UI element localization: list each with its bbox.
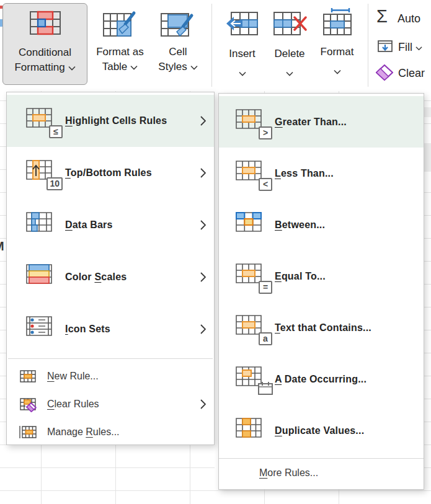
clear-rules-icon (19, 397, 37, 412)
conditional-formatting-label-line2: Formatting (14, 61, 64, 73)
format-button[interactable]: Format (313, 3, 362, 85)
submenu-item-between[interactable]: Between... (219, 199, 424, 250)
chevron-down-icon (239, 68, 246, 79)
cell-styles-label-line2: Styles (158, 61, 187, 73)
submenu-item-greater-than[interactable]: > Greater Than... (219, 96, 424, 148)
delete-cells-icon (272, 11, 307, 39)
format-as-table-button[interactable]: Format as Table (91, 3, 149, 85)
submenu-item-text-that-contains[interactable]: a Text that Contains... (219, 302, 424, 353)
cell-styles-label-line1: Cell (169, 45, 187, 60)
delete-label: Delete (274, 46, 304, 61)
format-as-table-icon (102, 9, 138, 42)
insert-button[interactable]: Insert (218, 3, 267, 85)
insert-cells-icon (226, 11, 259, 39)
submenu-item-label: Text that Contains... (275, 322, 371, 334)
submenu-item-label: Greater Than... (275, 117, 347, 128)
menu-item-label: Highlight Cells Rules (65, 115, 167, 126)
ribbon-divider (211, 4, 212, 87)
fill-down-icon (377, 38, 393, 56)
submenu-item-label: More Rules... (259, 467, 318, 479)
data-bars-icon (25, 211, 59, 239)
submenu-item-less-than[interactable]: < Less Than... (219, 148, 424, 199)
calendar-badge-icon (257, 381, 273, 398)
sigma-icon: Σ (376, 6, 388, 27)
menu-item-label: Color Scales (65, 272, 127, 283)
submenu-arrow-icon (200, 116, 206, 128)
menu-separator (8, 358, 213, 359)
color-scales-icon (25, 263, 59, 291)
menu-item-manage-rules[interactable]: Manage Rules... (7, 418, 214, 446)
submenu-item-label: Between... (275, 219, 325, 231)
submenu-item-label: Less Than... (275, 168, 334, 179)
menu-item-clear-rules[interactable]: Clear Rules (7, 390, 214, 418)
conditional-formatting-icon (29, 9, 62, 40)
delete-button[interactable]: Delete (266, 3, 313, 85)
ten-badge: 10 (47, 177, 63, 190)
menu-item-data-bars[interactable]: Data Bars (7, 199, 214, 251)
fill-label: Fill (398, 41, 412, 53)
chevron-down-icon (68, 61, 76, 73)
top-bottom-rules-icon: 10 (25, 159, 59, 187)
submenu-item-label: Duplicate Values... (275, 425, 364, 436)
chevron-down-icon (334, 66, 341, 77)
submenu-arrow-icon (200, 220, 206, 232)
format-cells-icon (322, 7, 353, 39)
insert-label: Insert (229, 46, 255, 61)
less-than-badge: < (259, 178, 272, 191)
chevron-down-icon (130, 61, 138, 73)
submenu-item-duplicate-values[interactable]: Duplicate Values... (219, 405, 424, 456)
chevron-down-icon (415, 41, 422, 53)
clear-label: Clear (398, 67, 425, 80)
submenu-arrow-icon (200, 168, 206, 180)
menu-item-color-scales[interactable]: Color Scales (7, 251, 214, 303)
equals-badge: = (259, 281, 272, 294)
autosum-label: Auto (398, 12, 420, 25)
conditional-formatting-menu: ≤ Highlight Cells Rules 10 Top/Bottom Ru… (6, 92, 215, 445)
ribbon: Conditional Formatting Format as Table (0, 0, 431, 91)
greater-than-badge: > (259, 126, 272, 139)
between-icon (235, 211, 269, 239)
chevron-down-icon (286, 68, 293, 79)
worksheet-shaded-cell (424, 143, 431, 172)
menu-item-label: Icon Sets (65, 324, 110, 335)
format-as-table-label-line1: Format as (96, 45, 144, 60)
menu-item-label: New Rule... (47, 371, 99, 382)
new-rule-icon (19, 369, 37, 384)
equal-to-icon: = (235, 263, 269, 290)
conditional-formatting-label-line1: Conditional (19, 45, 71, 60)
icon-sets-icon (25, 316, 59, 343)
greater-than-icon: > (235, 108, 269, 136)
less-than-icon: < (235, 160, 269, 187)
less-equal-badge: ≤ (49, 125, 63, 138)
menu-item-top-bottom-rules[interactable]: 10 Top/Bottom Rules (7, 147, 214, 199)
submenu-item-label: A Date Occurring... (275, 374, 367, 385)
excel-window: M Conditional Formatting (0, 0, 431, 504)
chevron-down-icon (190, 61, 198, 73)
conditional-formatting-button[interactable]: Conditional Formatting (2, 3, 87, 85)
submenu-item-a-date-occurring[interactable]: A Date Occurring... (219, 353, 424, 405)
ribbon-divider (368, 4, 368, 87)
menu-item-label: Clear Rules (47, 399, 99, 410)
cell-styles-icon (160, 9, 196, 42)
worksheet-cell-text-clipped: M (0, 239, 4, 254)
eraser-icon (375, 63, 394, 84)
format-as-table-label-line2: Table (102, 61, 128, 73)
submenu-item-more-rules[interactable]: More Rules... (219, 459, 424, 487)
worksheet-shaded-cell (424, 107, 431, 117)
menu-item-highlight-cells-rules[interactable]: ≤ Highlight Cells Rules (7, 95, 214, 147)
submenu-item-equal-to[interactable]: = Equal To... (219, 250, 424, 302)
menu-item-label: Top/Bottom Rules (65, 167, 152, 179)
menu-item-icon-sets[interactable]: Icon Sets (7, 303, 214, 355)
menu-item-new-rule[interactable]: New Rule... (7, 362, 214, 390)
menu-item-label: Manage Rules... (47, 427, 120, 438)
letter-a-badge: a (259, 332, 272, 345)
text-contains-icon: a (235, 314, 269, 342)
highlight-cells-rules-submenu: > Greater Than... < Less Than... Between… (218, 93, 424, 490)
menu-item-label: Data Bars (65, 219, 113, 231)
cell-styles-button[interactable]: Cell Styles (151, 3, 205, 85)
submenu-arrow-icon (200, 399, 206, 412)
format-label: Format (321, 45, 354, 60)
submenu-item-label: Equal To... (275, 271, 326, 282)
submenu-arrow-icon (200, 272, 206, 285)
date-occurring-icon (235, 366, 269, 393)
